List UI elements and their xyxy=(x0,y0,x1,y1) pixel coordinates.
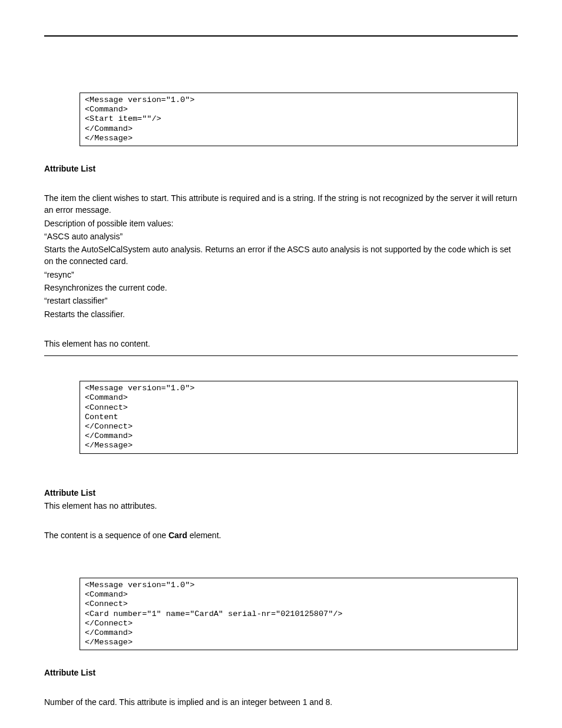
heading-attribute-list: Attribute List xyxy=(44,164,518,173)
body-text: “restart classifier” xyxy=(44,295,518,307)
body-text: The content is a sequence of one Card el… xyxy=(44,529,518,541)
body-text: Resynchronizes the current code. xyxy=(44,282,518,294)
body-text: Description of possible item values: xyxy=(44,218,518,229)
body-text: “ASCS auto analysis” xyxy=(44,230,518,242)
text-bold-card: Card xyxy=(168,531,187,540)
document-page: <Message version="1.0"> <Command> <Start… xyxy=(0,0,562,728)
text-fragment: The content is a sequence of one xyxy=(44,531,168,540)
header-rule xyxy=(44,35,518,37)
body-text: Starts the AutoSelCalSystem auto analysi… xyxy=(44,243,518,268)
body-text: The item the client wishes to start. Thi… xyxy=(44,192,518,216)
code-block-connect: <Message version="1.0"> <Command> <Conne… xyxy=(80,381,518,453)
body-text: This element has no content. xyxy=(44,338,518,350)
body-text: This element has no attributes. xyxy=(44,500,518,512)
heading-attribute-list: Attribute List xyxy=(44,668,518,677)
heading-attribute-list: Attribute List xyxy=(44,488,518,498)
code-block-card: <Message version="1.0"> <Command> <Conne… xyxy=(80,578,518,650)
text-fragment: element. xyxy=(187,531,222,540)
body-text: “resync” xyxy=(44,269,518,281)
code-block-start: <Message version="1.0"> <Command> <Start… xyxy=(80,93,518,146)
body-text: Restarts the classifier. xyxy=(44,308,518,320)
body-text: Number of the card. This attribute is im… xyxy=(44,696,518,708)
